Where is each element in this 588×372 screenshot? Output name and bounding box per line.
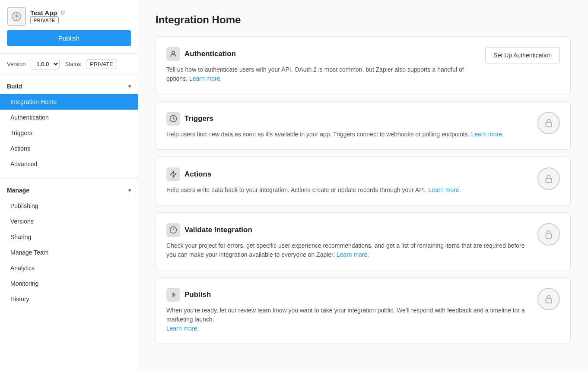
version-select[interactable]: 1.0.0 bbox=[31, 59, 60, 69]
triggers-lock-icon bbox=[537, 112, 560, 134]
sidebar-item-manage-team[interactable]: Manage Team bbox=[0, 245, 138, 260]
build-chevron-icon: ▾ bbox=[128, 83, 131, 89]
publish-card: ✳ Publish When you're ready, let our rev… bbox=[156, 277, 571, 344]
validate-integration-learn-more-link[interactable]: Learn more. bbox=[337, 251, 369, 258]
triggers-card: Triggers Help users find new data as soo… bbox=[156, 101, 571, 150]
sidebar-item-analytics[interactable]: Analytics bbox=[0, 260, 138, 276]
sidebar-item-triggers[interactable]: Triggers bbox=[0, 125, 138, 141]
actions-card-action bbox=[537, 167, 560, 190]
sidebar-item-monitoring[interactable]: Monitoring bbox=[0, 276, 138, 291]
authentication-card-title: Authentication bbox=[184, 50, 236, 58]
validate-integration-card-title: Validate Integration bbox=[184, 226, 252, 234]
actions-card-description: Help users write data back to your integ… bbox=[166, 186, 527, 195]
sidebar-item-sharing[interactable]: Sharing bbox=[0, 229, 138, 245]
main-content: Integration Home Authentication Tell us … bbox=[138, 0, 588, 372]
publish-button[interactable]: Publish bbox=[7, 30, 131, 46]
triggers-card-content: Triggers Help users find new data as soo… bbox=[166, 112, 527, 139]
validate-integration-lock-icon bbox=[537, 223, 560, 246]
actions-card-header: Actions bbox=[166, 167, 527, 181]
svg-rect-8 bbox=[546, 178, 552, 183]
actions-lock-icon bbox=[537, 167, 560, 190]
authentication-card-icon bbox=[166, 47, 180, 61]
triggers-card-action bbox=[537, 112, 560, 134]
app-identity: ✳ Test App ⚙ PRIVATE bbox=[7, 7, 131, 26]
triggers-card-icon bbox=[166, 112, 180, 126]
authentication-card: Authentication Tell us how to authentica… bbox=[156, 36, 571, 94]
authentication-card-content: Authentication Tell us how to authentica… bbox=[166, 47, 475, 83]
manage-section-label: Manage bbox=[7, 187, 29, 194]
triggers-learn-more-link[interactable]: Learn more. bbox=[471, 131, 503, 138]
actions-learn-more-link[interactable]: Learn more. bbox=[428, 186, 461, 193]
svg-rect-6 bbox=[546, 123, 552, 127]
authentication-card-header: Authentication bbox=[166, 47, 475, 61]
build-section-label: Build bbox=[7, 83, 22, 90]
triggers-card-header: Triggers bbox=[166, 112, 527, 126]
page-title: Integration Home bbox=[156, 14, 571, 26]
validate-integration-card-description: Check your project for errors, get speci… bbox=[166, 241, 527, 259]
set-up-authentication-button[interactable]: Set Up Authentication bbox=[485, 47, 560, 63]
triggers-card-description: Help users find new data as soon as it's… bbox=[166, 130, 527, 139]
actions-card: Actions Help users write data back to yo… bbox=[156, 157, 571, 205]
authentication-card-action: Set Up Authentication bbox=[485, 47, 560, 63]
manage-chevron-icon: ▾ bbox=[128, 187, 131, 193]
gear-icon[interactable]: ⚙ bbox=[60, 9, 66, 16]
publish-card-description: When you're ready, let our review team k… bbox=[166, 306, 527, 333]
validate-integration-card-header: Validate Integration bbox=[166, 223, 527, 237]
publish-card-header: ✳ Publish bbox=[166, 288, 527, 302]
build-section: Build ▾ Integration Home Authentication … bbox=[0, 75, 138, 175]
authentication-card-description: Tell us how to authenticate users with y… bbox=[166, 65, 475, 83]
sidebar-item-authentication[interactable]: Authentication bbox=[0, 110, 138, 125]
sidebar-header: ✳ Test App ⚙ PRIVATE Publish bbox=[0, 0, 138, 54]
app-logo: ✳ bbox=[7, 7, 26, 26]
version-status-row: Version 1.0.0 Status PRIVATE bbox=[0, 54, 138, 75]
svg-marker-7 bbox=[170, 171, 176, 178]
validate-integration-card: Validate Integration Check your project … bbox=[156, 212, 571, 270]
svg-point-4 bbox=[172, 51, 175, 54]
publish-card-title: Publish bbox=[184, 290, 211, 299]
private-badge: PRIVATE bbox=[30, 16, 59, 24]
sidebar-item-history[interactable]: History bbox=[0, 291, 138, 307]
svg-rect-12 bbox=[546, 234, 552, 238]
validate-integration-card-action bbox=[537, 223, 560, 246]
manage-section-header[interactable]: Manage ▾ bbox=[0, 183, 138, 198]
status-value: PRIVATE bbox=[86, 59, 117, 69]
triggers-card-title: Triggers bbox=[184, 114, 213, 123]
publish-card-icon: ✳ bbox=[166, 288, 180, 302]
publish-learn-more-link[interactable]: Learn more. bbox=[166, 325, 199, 332]
publish-lock-icon bbox=[537, 288, 560, 310]
sidebar-item-publishing[interactable]: Publishing bbox=[0, 198, 138, 214]
actions-card-icon bbox=[166, 167, 180, 181]
sidebar-item-integration-home[interactable]: Integration Home bbox=[0, 94, 138, 110]
validate-integration-card-icon bbox=[166, 223, 180, 237]
publish-card-content: ✳ Publish When you're ready, let our rev… bbox=[166, 288, 527, 333]
actions-card-content: Actions Help users write data back to yo… bbox=[166, 167, 527, 195]
sidebar-item-actions[interactable]: Actions bbox=[0, 141, 138, 156]
svg-rect-13 bbox=[546, 299, 552, 303]
build-section-header[interactable]: Build ▾ bbox=[0, 79, 138, 94]
validate-integration-card-content: Validate Integration Check your project … bbox=[166, 223, 527, 259]
authentication-learn-more-link[interactable]: Learn more. bbox=[189, 75, 222, 82]
manage-section: Manage ▾ Publishing Versions Sharing Man… bbox=[0, 179, 138, 310]
sidebar-item-versions[interactable]: Versions bbox=[0, 214, 138, 229]
status-label: Status bbox=[65, 61, 81, 67]
sidebar: ✳ Test App ⚙ PRIVATE Publish Version 1.0… bbox=[0, 0, 138, 372]
app-name: Test App bbox=[30, 9, 57, 16]
publish-card-action bbox=[537, 288, 560, 310]
sidebar-item-advanced[interactable]: Advanced bbox=[0, 156, 138, 172]
version-label: Version bbox=[7, 61, 25, 67]
actions-card-title: Actions bbox=[184, 170, 211, 179]
